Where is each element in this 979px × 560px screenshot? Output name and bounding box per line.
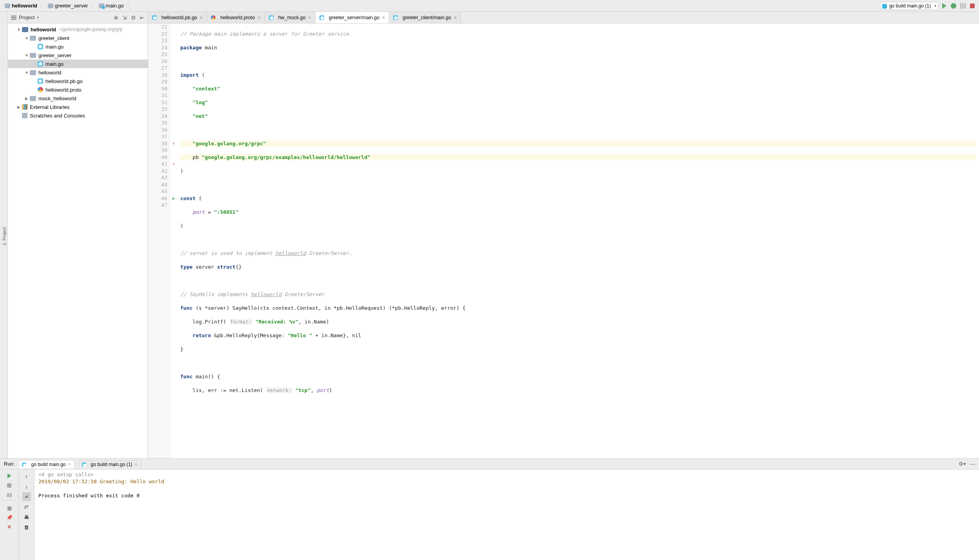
run-toolbar-left: ▮▮ ▦ 📌 ✕ bbox=[0, 470, 19, 560]
run-button[interactable] bbox=[941, 2, 948, 9]
editor-tab[interactable]: helloworld.proto× bbox=[207, 12, 265, 23]
editor: helloworld.pb.go× helloworld.proto× hw_m… bbox=[148, 12, 979, 458]
console-line: 2019/08/02 17:32:38 Greeting: Hello worl… bbox=[38, 478, 975, 485]
close-button[interactable]: ✕ bbox=[5, 523, 13, 531]
hide-icon[interactable]: ⇤ bbox=[140, 14, 145, 21]
override-icon[interactable]: ⬆ bbox=[170, 140, 177, 147]
console-line: Process finished with exit code 0 bbox=[38, 492, 975, 499]
chevron-right-icon: 〉 bbox=[91, 3, 96, 9]
breadcrumb-root[interactable]: helloworld bbox=[3, 2, 39, 9]
console-output[interactable]: <4 go setup calls> 2019/08/02 17:32:38 G… bbox=[34, 470, 979, 560]
tree-root[interactable]: ▼helloworld~/go/src/google.golang.org/gr… bbox=[8, 25, 148, 34]
soft-wrap-button[interactable]: ⤶ bbox=[22, 492, 31, 501]
bug-icon bbox=[951, 3, 956, 9]
tree-file[interactable]: helloworld.pb.go bbox=[8, 77, 148, 85]
print-button[interactable]: 🖶 bbox=[22, 513, 31, 521]
minimize-icon[interactable]: — bbox=[970, 461, 975, 467]
tool-tab-project[interactable]: 1: Project bbox=[1, 225, 7, 247]
project-tree[interactable]: ▼helloworld~/go/src/google.golang.org/gr… bbox=[8, 23, 148, 458]
tree-folder[interactable]: ▶mock_helloworld bbox=[8, 94, 148, 103]
stop-button[interactable] bbox=[5, 481, 13, 489]
editor-tab[interactable]: hw_mock.go× bbox=[265, 12, 315, 23]
gutter-marks: ⬆ ⬆ ▶ bbox=[170, 23, 177, 458]
settings-icon[interactable]: ⚙ bbox=[131, 14, 136, 21]
locate-icon[interactable]: ⊕ bbox=[114, 14, 118, 21]
close-icon[interactable]: × bbox=[382, 14, 385, 21]
project-sidebar: Project ▾ ⊕ ⇲ ⚙ ⇤ ▼helloworld~/go/src/go… bbox=[8, 12, 148, 458]
tree-file[interactable]: helloworld.proto bbox=[8, 85, 148, 94]
tree-file-selected[interactable]: main.go bbox=[8, 60, 148, 68]
tree-scratches[interactable]: Scratches and Consoles bbox=[8, 111, 148, 120]
breadcrumb-file[interactable]: main.go bbox=[97, 2, 125, 9]
editor-tab[interactable]: helloworld.pb.go× bbox=[148, 12, 207, 23]
run-tab[interactable]: go build main.go (1)× bbox=[78, 460, 141, 468]
stop-button[interactable] bbox=[969, 2, 976, 9]
editor-tabs: helloworld.pb.go× helloworld.proto× hw_m… bbox=[148, 12, 979, 23]
tree-folder[interactable]: ▼helloworld bbox=[8, 68, 148, 77]
breadcrumb-folder[interactable]: greeter_server bbox=[46, 2, 90, 9]
up-button[interactable]: ↑ bbox=[22, 472, 31, 481]
settings-icon[interactable]: ⚙▾ bbox=[959, 461, 966, 467]
tree-folder[interactable]: ▼greeter_server bbox=[8, 51, 148, 60]
down-button[interactable]: ↓ bbox=[22, 482, 31, 491]
tree-external-libs[interactable]: ▶External Libraries bbox=[8, 103, 148, 111]
stop-icon bbox=[7, 483, 11, 488]
coverage-button[interactable] bbox=[959, 2, 966, 9]
chevron-right-icon: 〉 bbox=[127, 3, 131, 9]
code-editor[interactable]: 2122232425262728293031323334353637383940… bbox=[148, 23, 979, 458]
scroll-button[interactable]: ⥂ bbox=[22, 502, 31, 511]
editor-tab[interactable]: greeter_client/main.go× bbox=[389, 12, 461, 23]
code-content[interactable]: // Package main implements a server for … bbox=[177, 23, 979, 458]
line-gutter: 2122232425262728293031323334353637383940… bbox=[148, 23, 170, 458]
play-icon bbox=[7, 473, 11, 478]
close-icon[interactable]: × bbox=[68, 462, 71, 467]
stop-icon bbox=[970, 4, 975, 8]
run-title: Run: bbox=[4, 461, 15, 467]
run-toolbar-right: ↑ ↓ ⤶ ⥂ 🖶 🗑 bbox=[19, 470, 34, 560]
pause-button[interactable]: ▮▮ bbox=[5, 491, 13, 499]
collapse-icon[interactable]: ⇲ bbox=[122, 14, 127, 21]
run-gutter-icon[interactable]: ▶ bbox=[170, 195, 177, 202]
trash-button[interactable]: 🗑 bbox=[22, 523, 31, 531]
tool-window-bar-left: 1: Project ★2: Favorites 7: Structure bbox=[0, 12, 8, 458]
run-panel-header: Run: go build main.go× go build main.go … bbox=[0, 459, 979, 470]
pin-button[interactable]: 📌 bbox=[5, 513, 13, 521]
override-icon[interactable]: ⬆ bbox=[170, 161, 177, 168]
sidebar-title[interactable]: Project ▾ bbox=[11, 14, 39, 20]
menu-icon bbox=[11, 16, 16, 20]
tree-file[interactable]: main.go bbox=[8, 42, 148, 51]
editor-tab-active[interactable]: greeter_server/main.go× bbox=[315, 12, 389, 23]
console-line: <4 go setup calls> bbox=[38, 471, 975, 478]
toolbar-actions: go build main.go (1) bbox=[880, 2, 976, 10]
dots-icon bbox=[960, 3, 966, 9]
run-config-selector[interactable]: go build main.go (1) bbox=[880, 2, 938, 10]
breadcrumb: helloworld 〉 greeter_server 〉 main.go 〉 bbox=[3, 2, 131, 9]
tree-folder[interactable]: ▼greeter_client bbox=[8, 34, 148, 42]
close-icon[interactable]: × bbox=[135, 462, 138, 467]
run-tab-active[interactable]: go build main.go× bbox=[18, 460, 74, 468]
close-icon[interactable]: × bbox=[257, 14, 260, 21]
close-icon[interactable]: × bbox=[453, 14, 457, 21]
play-icon bbox=[942, 3, 946, 9]
debug-button[interactable] bbox=[950, 2, 957, 9]
sidebar-toolbar: Project ▾ ⊕ ⇲ ⚙ ⇤ bbox=[8, 12, 148, 23]
layout-button[interactable]: ▦ bbox=[5, 504, 13, 512]
chevron-right-icon: 〉 bbox=[40, 3, 45, 9]
close-icon[interactable]: × bbox=[308, 14, 311, 21]
title-bar: helloworld 〉 greeter_server 〉 main.go 〉 … bbox=[0, 0, 979, 12]
close-icon[interactable]: × bbox=[199, 14, 203, 21]
rerun-button[interactable] bbox=[5, 472, 13, 480]
run-panel: Run: go build main.go× go build main.go … bbox=[0, 458, 979, 560]
